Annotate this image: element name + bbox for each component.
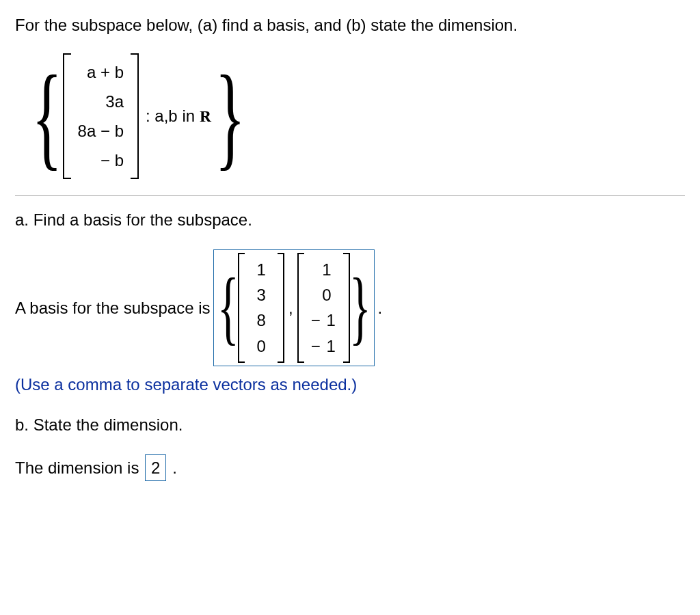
left-bracket-icon	[297, 253, 304, 363]
part-a-hint: (Use a comma to separate vectors as need…	[15, 373, 685, 396]
part-b-answer-row: The dimension is 2 .	[15, 454, 685, 482]
matrix-entry: 0	[252, 333, 271, 359]
basis-answer-box[interactable]: { 1 3 8 0 , 1 0 − 1 − 1 }	[213, 249, 375, 366]
matrix-entry: 3	[252, 282, 271, 308]
trailing-period: .	[172, 459, 177, 477]
set-condition: : a,b in R	[146, 105, 211, 128]
basis-vector-2: 1 0 − 1 − 1	[297, 253, 350, 363]
part-a-prompt: a. Find a basis for the subspace.	[15, 208, 685, 232]
left-bracket-icon	[63, 53, 71, 180]
right-brace-icon: }	[215, 67, 245, 166]
left-brace-icon: {	[31, 67, 62, 166]
left-brace-icon: {	[217, 275, 239, 340]
part-b-prompt: b. State the dimension.	[15, 413, 685, 437]
vector-separator: ,	[288, 297, 293, 320]
right-bracket-icon	[131, 53, 139, 180]
dimension-answer-box[interactable]: 2	[145, 454, 166, 482]
matrix-entry: 0	[317, 282, 336, 308]
part-b-lead-text: The dimension is	[15, 459, 144, 477]
matrix-entry: − 1	[311, 308, 336, 333]
right-brace-icon: }	[349, 275, 371, 340]
matrix-entry: a + b	[87, 57, 124, 87]
matrix-entry: 3a	[105, 87, 124, 116]
matrix-entry: 1	[317, 257, 336, 282]
subspace-definition: { a + b 3a 8a − b − b : a,b in R }	[31, 53, 245, 180]
section-divider	[15, 195, 685, 196]
generic-vector-matrix: a + b 3a 8a − b − b	[63, 53, 139, 180]
trailing-period: .	[377, 297, 382, 320]
matrix-entry: − b	[100, 146, 124, 175]
question-text: For the subspace below, (a) find a basis…	[15, 14, 685, 37]
real-numbers-icon: R	[200, 105, 211, 128]
matrix-entry: 8a − b	[78, 116, 124, 146]
part-a-lead-text: A basis for the subspace is	[15, 297, 211, 320]
matrix-entry: 8	[252, 308, 271, 333]
matrix-entry: − 1	[311, 333, 336, 359]
part-a-answer-row: A basis for the subspace is { 1 3 8 0 , …	[15, 249, 685, 366]
right-bracket-icon	[278, 253, 284, 363]
basis-vector-1: 1 3 8 0	[238, 253, 284, 363]
matrix-entry: 1	[252, 257, 271, 282]
